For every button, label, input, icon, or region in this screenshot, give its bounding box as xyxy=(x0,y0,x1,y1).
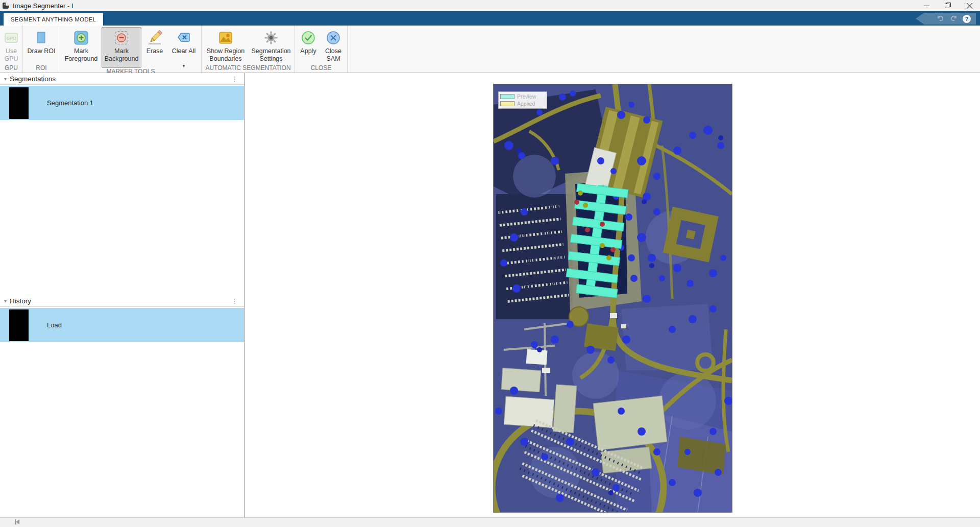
roi-rectangle-icon xyxy=(33,30,50,46)
group-close: Apply Close SAM CLOSE xyxy=(295,26,348,73)
legend-row-applied: Applied xyxy=(500,100,545,107)
redo-icon[interactable] xyxy=(949,14,958,23)
undo-icon[interactable] xyxy=(936,14,945,23)
app-icon xyxy=(3,2,10,9)
draw-roi-button[interactable]: Draw ROI xyxy=(24,27,58,64)
preview-swatch xyxy=(500,94,514,99)
history-label: Load xyxy=(47,321,62,329)
background-marker[interactable] xyxy=(600,222,605,227)
group-roi: Draw ROI ROI xyxy=(23,26,60,73)
group-automatic-segmentation: Show Region Boundaries xyxy=(202,26,295,73)
foreground-marker[interactable] xyxy=(583,203,588,208)
collapse-triangle-icon[interactable]: ▾ xyxy=(4,298,7,304)
clear-all-dropdown-caret[interactable]: ▾ xyxy=(183,64,185,67)
segmentations-panel: ▾ Segmentations ⋮ Segmentation 1 xyxy=(0,73,244,120)
history-menu-icon[interactable]: ⋮ xyxy=(231,295,238,307)
show-region-boundaries-button[interactable]: Show Region Boundaries xyxy=(203,27,248,64)
history-header: ▾ History ⋮ xyxy=(0,295,244,307)
group-gpu: GPU Use GPU GPU xyxy=(0,26,23,73)
segmentations-menu-icon[interactable]: ⋮ xyxy=(231,73,238,85)
applied-swatch xyxy=(500,101,514,106)
quick-access-toolbar: ? xyxy=(916,13,976,25)
draw-roi-label: Draw ROI xyxy=(28,47,56,64)
use-gpu-button[interactable]: GPU Use GPU xyxy=(2,27,21,64)
segmentation-thumbnail xyxy=(9,87,29,119)
mark-background-icon xyxy=(113,30,130,46)
minimize-button[interactable] xyxy=(916,0,937,11)
foreground-marker[interactable] xyxy=(606,255,611,260)
history-thumbnail xyxy=(9,309,29,341)
close-sam-button[interactable]: Close SAM xyxy=(321,27,346,64)
segmentations-header: ▾ Segmentations ⋮ xyxy=(0,73,244,85)
mark-foreground-label: Mark Foreground xyxy=(65,47,98,64)
background-marker[interactable] xyxy=(610,247,616,252)
tab-segment-anything-model[interactable]: SEGMENT ANYTHING MODEL xyxy=(4,13,103,26)
gpu-icon: GPU xyxy=(3,30,19,46)
close-sam-label: Close SAM xyxy=(325,47,341,64)
content-area: ▾ Segmentations ⋮ Segmentation 1 ▾ Histo… xyxy=(0,73,980,517)
use-gpu-label: Use GPU xyxy=(4,47,18,64)
clear-all-icon xyxy=(176,30,192,46)
history-panel: ▾ History ⋮ Load xyxy=(0,295,244,342)
titlebar: Image Segmenter - I xyxy=(0,0,980,11)
erase-button[interactable]: Erase xyxy=(142,27,167,68)
mark-background-button[interactable]: Mark Background xyxy=(102,27,141,68)
background-marker[interactable] xyxy=(585,227,590,232)
clear-all-label: Clear All xyxy=(172,47,196,64)
background-marker[interactable] xyxy=(574,200,579,205)
apply-button[interactable]: Apply xyxy=(297,27,320,64)
group-label-roi: ROI xyxy=(24,64,59,73)
collapse-triangle-icon[interactable]: ▾ xyxy=(4,76,7,82)
segmentation-label: Segmentation 1 xyxy=(47,99,93,107)
mark-foreground-button[interactable]: Mark Foreground xyxy=(62,27,101,68)
svg-text:GPU: GPU xyxy=(7,36,16,41)
clear-all-button[interactable]: Clear All ▾ xyxy=(168,27,200,68)
show-region-boundaries-label: Show Region Boundaries xyxy=(207,47,244,64)
segmentations-title: Segmentations xyxy=(10,75,56,83)
left-panel-stack: ▾ Segmentations ⋮ Segmentation 1 ▾ Histo… xyxy=(0,73,245,517)
image-viewport: Preview Applied xyxy=(493,84,732,513)
segmentation-settings-label: Segmentation Settings xyxy=(251,47,290,64)
history-list-item[interactable]: Load xyxy=(0,308,244,342)
satellite-image[interactable] xyxy=(494,84,732,512)
apply-label: Apply xyxy=(300,47,316,64)
legend-row-preview: Preview xyxy=(500,93,545,100)
collapse-panel-icon[interactable] xyxy=(13,518,20,527)
viewer-area: Preview Applied xyxy=(246,73,980,517)
image-segmenter-window: Image Segmenter - I SEGMENT ANYTHING MOD… xyxy=(0,0,980,527)
settings-gear-icon xyxy=(263,30,279,46)
maximize-button[interactable] xyxy=(937,0,959,11)
close-button[interactable] xyxy=(959,0,980,11)
window-title: Image Segmenter - I xyxy=(13,2,74,10)
window-controls xyxy=(916,0,980,11)
history-title: History xyxy=(10,297,31,305)
status-bar xyxy=(0,517,980,527)
erase-label: Erase xyxy=(146,47,163,64)
close-sam-icon xyxy=(325,30,341,46)
group-marker-tools: Mark Foreground Mark Background xyxy=(60,26,202,73)
show-region-boundaries-icon xyxy=(217,30,234,46)
ribbon-tab-bar: SEGMENT ANYTHING MODEL ? xyxy=(0,11,980,26)
group-label-close: CLOSE xyxy=(296,64,346,73)
mark-background-label: Mark Background xyxy=(105,47,139,64)
ribbon-toolstrip: GPU Use GPU GPU Draw ROI xyxy=(0,26,980,73)
legend: Preview Applied xyxy=(498,91,547,109)
group-label-gpu: GPU xyxy=(1,64,21,73)
mark-foreground-icon xyxy=(73,30,89,46)
segmentation-settings-button[interactable]: Segmentation Settings xyxy=(249,27,293,64)
applied-label: Applied xyxy=(517,101,535,107)
apply-check-icon xyxy=(300,30,316,46)
group-label-automatic-segmentation: AUTOMATIC SEGMENTATION xyxy=(203,64,293,73)
erase-pencil-icon xyxy=(146,30,163,46)
foreground-marker[interactable] xyxy=(578,190,583,196)
help-icon[interactable]: ? xyxy=(963,15,971,23)
preview-label: Preview xyxy=(517,93,536,100)
foreground-marker[interactable] xyxy=(600,243,605,248)
segmentation-list-item[interactable]: Segmentation 1 xyxy=(0,86,244,120)
